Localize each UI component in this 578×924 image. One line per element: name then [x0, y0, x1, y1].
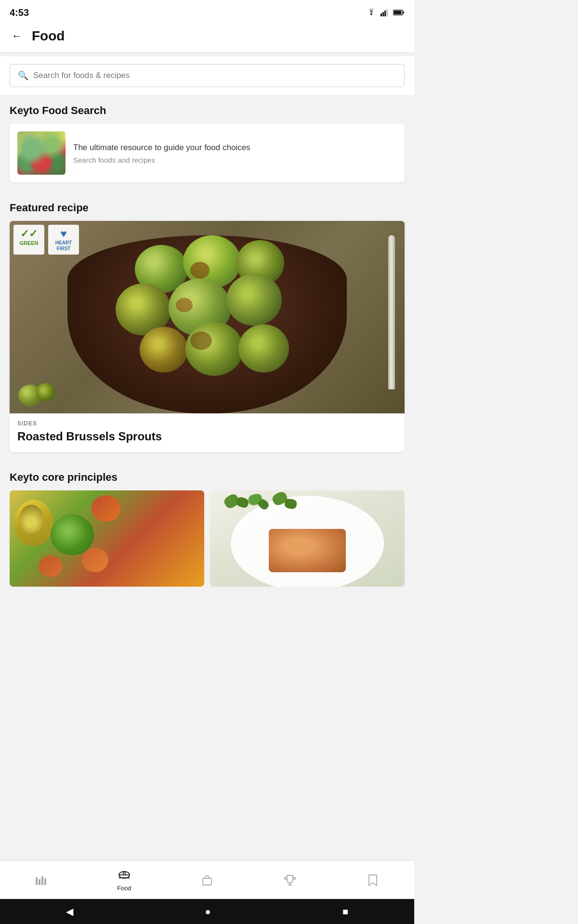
food-icon	[117, 868, 131, 883]
bottom-nav: Food	[0, 860, 414, 899]
food-search-info: The ultimate resource to guide your food…	[73, 142, 397, 165]
svg-rect-3	[386, 9, 388, 16]
svg-rect-1	[382, 12, 384, 16]
recipe-category: SIDES	[17, 420, 397, 427]
heart-icon: ♥	[60, 228, 66, 240]
trophy-icon	[283, 873, 297, 887]
header: ← Food	[0, 23, 414, 52]
badges-overlay: ✓✓ GREEN ♥ HEARTFIRST	[10, 221, 83, 258]
nav-item-challenges[interactable]	[249, 861, 331, 899]
search-input[interactable]	[33, 71, 396, 80]
status-bar: 4:53	[0, 0, 414, 23]
principles-section: Keyto core principles	[0, 462, 414, 587]
principles-title: Keyto core principles	[10, 471, 405, 484]
status-icons	[366, 9, 405, 16]
android-nav-bar: ◀ ● ■	[0, 899, 414, 924]
recipe-name: Roasted Brussels Sprouts	[17, 430, 397, 443]
android-back-btn[interactable]: ◀	[54, 902, 85, 921]
bookmark-icon	[367, 873, 379, 887]
principles-grid	[10, 490, 405, 587]
principle-image-1	[10, 490, 204, 587]
svg-rect-6	[403, 12, 405, 13]
featured-recipe-section: Featured recipe	[0, 192, 414, 452]
search-icon: 🔍	[18, 70, 28, 81]
principle-card-1[interactable]	[10, 490, 204, 587]
android-recent-btn[interactable]: ■	[331, 902, 360, 921]
dashboard-icon	[35, 873, 48, 887]
food-search-section: Keyto Food Search The ultimate resource …	[0, 95, 414, 182]
svg-rect-0	[381, 13, 382, 16]
nav-item-saved[interactable]	[331, 861, 414, 899]
food-search-headline: The ultimate resource to guide your food…	[73, 142, 397, 154]
featured-recipe-card[interactable]: ✓✓ GREEN ♥ HEARTFIRST SIDES Roasted Brus…	[10, 221, 405, 452]
featured-recipe-image: ✓✓ GREEN ♥ HEARTFIRST	[10, 221, 405, 413]
food-search-title: Keyto Food Search	[10, 104, 405, 117]
svg-rect-10	[44, 878, 46, 885]
status-time: 4:53	[10, 7, 29, 18]
page-title: Food	[32, 28, 65, 44]
wifi-icon	[366, 9, 377, 16]
svg-rect-9	[41, 876, 43, 885]
badge-heart-label: HEARTFIRST	[55, 240, 72, 252]
svg-rect-2	[384, 11, 386, 16]
badge-heart-first: ♥ HEARTFIRST	[48, 225, 79, 255]
food-search-subtext: Search foods and recipes	[73, 156, 397, 164]
principle-image-2	[210, 490, 405, 587]
svg-rect-7	[36, 877, 38, 885]
battery-icon	[393, 9, 405, 16]
recipe-info: SIDES Roasted Brussels Sprouts	[10, 413, 405, 452]
nav-item-food[interactable]: Food	[83, 861, 166, 899]
nav-item-dashboard[interactable]	[0, 861, 83, 899]
featured-recipe-title: Featured recipe	[10, 202, 405, 214]
badge-green: ✓✓ GREEN	[13, 225, 44, 255]
svg-rect-14	[203, 878, 211, 885]
food-search-card[interactable]: The ultimate resource to guide your food…	[10, 124, 405, 182]
svg-rect-8	[39, 879, 40, 885]
back-button[interactable]: ←	[10, 28, 24, 44]
food-search-image	[17, 131, 66, 175]
nav-item-shop[interactable]	[166, 861, 249, 899]
signal-icon	[381, 9, 389, 16]
badge-green-label: GREEN	[19, 240, 38, 246]
shop-icon	[200, 873, 214, 887]
android-home-btn[interactable]: ●	[193, 902, 222, 921]
search-container: 🔍	[0, 56, 414, 95]
nav-food-label: Food	[117, 885, 131, 892]
green-check-icon: ✓✓	[20, 228, 38, 240]
principle-card-2[interactable]	[210, 490, 405, 587]
food-search-thumbnail	[17, 131, 66, 175]
svg-rect-5	[394, 11, 402, 14]
search-bar[interactable]: 🔍	[10, 64, 405, 87]
